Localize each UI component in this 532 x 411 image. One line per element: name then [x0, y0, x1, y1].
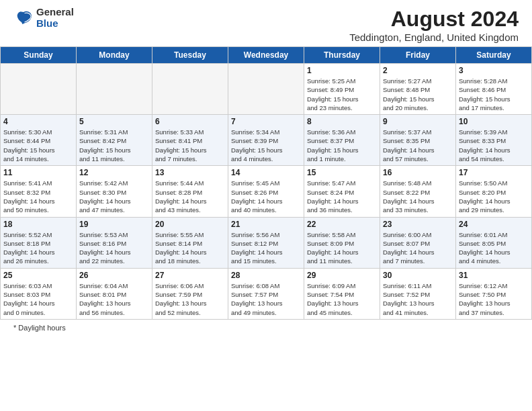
- day-info: Sunrise: 5:47 AM Sunset: 8:24 PM Dayligh…: [307, 179, 377, 214]
- day-number: 24: [459, 220, 529, 229]
- day-number: 18: [3, 220, 73, 229]
- day-info: Sunrise: 6:03 AM Sunset: 8:03 PM Dayligh…: [3, 281, 73, 317]
- day-info: Sunrise: 6:00 AM Sunset: 8:07 PM Dayligh…: [383, 230, 453, 266]
- day-number: 31: [459, 271, 529, 280]
- location: Teddington, England, United Kingdom: [349, 32, 519, 43]
- logo-text: General Blue: [36, 7, 74, 29]
- day-info: Sunrise: 5:44 AM Sunset: 8:28 PM Dayligh…: [155, 179, 225, 214]
- logo-general: General: [36, 7, 74, 18]
- day-number: 3: [459, 66, 529, 75]
- day-info: Sunrise: 6:11 AM Sunset: 7:52 PM Dayligh…: [383, 281, 453, 317]
- calendar-day-cell: 29Sunrise: 6:09 AM Sunset: 7:54 PM Dayli…: [304, 268, 380, 319]
- day-number: 28: [231, 271, 301, 280]
- day-number: 19: [79, 220, 149, 229]
- calendar-week-row: 1Sunrise: 5:25 AM Sunset: 8:49 PM Daylig…: [1, 64, 532, 115]
- day-number: 15: [307, 168, 377, 177]
- calendar-day-cell: 30Sunrise: 6:11 AM Sunset: 7:52 PM Dayli…: [380, 268, 456, 319]
- calendar-day-header: Sunday: [1, 47, 77, 64]
- day-info: Sunrise: 5:28 AM Sunset: 8:46 PM Dayligh…: [459, 77, 529, 112]
- calendar-day-header: Wednesday: [228, 47, 304, 64]
- day-info: Sunrise: 5:56 AM Sunset: 8:12 PM Dayligh…: [231, 230, 301, 266]
- calendar-day-cell: [1, 64, 77, 115]
- day-number: 20: [155, 220, 225, 229]
- day-info: Sunrise: 6:04 AM Sunset: 8:01 PM Dayligh…: [79, 281, 149, 317]
- day-number: 16: [383, 168, 453, 177]
- day-number: 8: [307, 117, 377, 126]
- calendar-day-cell: 8Sunrise: 5:36 AM Sunset: 8:37 PM Daylig…: [304, 115, 380, 166]
- calendar-week-row: 25Sunrise: 6:03 AM Sunset: 8:03 PM Dayli…: [1, 268, 532, 319]
- calendar-day-cell: 18Sunrise: 5:52 AM Sunset: 8:18 PM Dayli…: [1, 217, 77, 268]
- footer-note: * Daylight hours: [0, 320, 532, 336]
- day-info: Sunrise: 5:37 AM Sunset: 8:35 PM Dayligh…: [383, 128, 453, 163]
- calendar-day-cell: 5Sunrise: 5:31 AM Sunset: 8:42 PM Daylig…: [77, 115, 152, 166]
- day-info: Sunrise: 5:41 AM Sunset: 8:32 PM Dayligh…: [3, 179, 73, 214]
- day-number: 4: [3, 117, 73, 126]
- day-info: Sunrise: 5:31 AM Sunset: 8:42 PM Dayligh…: [79, 128, 149, 163]
- day-number: 5: [79, 117, 149, 126]
- day-info: Sunrise: 6:01 AM Sunset: 8:05 PM Dayligh…: [459, 230, 529, 266]
- calendar-day-cell: 13Sunrise: 5:44 AM Sunset: 8:28 PM Dayli…: [152, 166, 228, 217]
- logo: General Blue: [13, 7, 74, 29]
- calendar-week-row: 4Sunrise: 5:30 AM Sunset: 8:44 PM Daylig…: [1, 115, 532, 166]
- calendar-day-cell: 22Sunrise: 5:58 AM Sunset: 8:09 PM Dayli…: [304, 217, 380, 268]
- calendar-day-cell: 23Sunrise: 6:00 AM Sunset: 8:07 PM Dayli…: [380, 217, 456, 268]
- day-info: Sunrise: 5:27 AM Sunset: 8:48 PM Dayligh…: [383, 77, 453, 112]
- calendar-day-cell: 21Sunrise: 5:56 AM Sunset: 8:12 PM Dayli…: [228, 217, 304, 268]
- day-info: Sunrise: 5:34 AM Sunset: 8:39 PM Dayligh…: [231, 128, 301, 163]
- calendar-day-header: Tuesday: [152, 47, 228, 64]
- calendar-day-header: Monday: [77, 47, 152, 64]
- calendar-day-cell: 7Sunrise: 5:34 AM Sunset: 8:39 PM Daylig…: [228, 115, 304, 166]
- day-info: Sunrise: 5:52 AM Sunset: 8:18 PM Dayligh…: [3, 230, 73, 266]
- calendar-day-cell: 9Sunrise: 5:37 AM Sunset: 8:35 PM Daylig…: [380, 115, 456, 166]
- calendar-day-cell: 31Sunrise: 6:12 AM Sunset: 7:50 PM Dayli…: [456, 268, 532, 319]
- calendar-day-cell: 6Sunrise: 5:33 AM Sunset: 8:41 PM Daylig…: [152, 115, 228, 166]
- title-block: August 2024 Teddington, England, United …: [349, 7, 519, 43]
- calendar-week-row: 11Sunrise: 5:41 AM Sunset: 8:32 PM Dayli…: [1, 166, 532, 217]
- day-number: 12: [79, 168, 149, 177]
- calendar-day-header: Thursday: [304, 47, 380, 64]
- calendar-day-cell: 10Sunrise: 5:39 AM Sunset: 8:33 PM Dayli…: [456, 115, 532, 166]
- day-info: Sunrise: 5:33 AM Sunset: 8:41 PM Dayligh…: [155, 128, 225, 163]
- calendar-day-cell: 17Sunrise: 5:50 AM Sunset: 8:20 PM Dayli…: [456, 166, 532, 217]
- day-info: Sunrise: 5:36 AM Sunset: 8:37 PM Dayligh…: [307, 128, 377, 163]
- day-number: 27: [155, 271, 225, 280]
- day-info: Sunrise: 5:42 AM Sunset: 8:30 PM Dayligh…: [79, 179, 149, 214]
- day-info: Sunrise: 6:08 AM Sunset: 7:57 PM Dayligh…: [231, 281, 301, 317]
- footer-daylight-label: Daylight hours: [18, 324, 65, 332]
- day-number: 17: [459, 168, 529, 177]
- day-number: 30: [383, 271, 453, 280]
- calendar-day-cell: 25Sunrise: 6:03 AM Sunset: 8:03 PM Dayli…: [1, 268, 77, 319]
- calendar-day-header: Saturday: [456, 47, 532, 64]
- day-number: 11: [3, 168, 73, 177]
- calendar-day-cell: 14Sunrise: 5:45 AM Sunset: 8:26 PM Dayli…: [228, 166, 304, 217]
- day-number: 26: [79, 271, 149, 280]
- day-info: Sunrise: 5:58 AM Sunset: 8:09 PM Dayligh…: [307, 230, 377, 266]
- day-info: Sunrise: 6:09 AM Sunset: 7:54 PM Dayligh…: [307, 281, 377, 317]
- calendar-day-cell: [77, 64, 152, 115]
- day-info: Sunrise: 5:30 AM Sunset: 8:44 PM Dayligh…: [3, 128, 73, 163]
- calendar-day-cell: [228, 64, 304, 115]
- calendar-header-row: SundayMondayTuesdayWednesdayThursdayFrid…: [1, 47, 532, 64]
- day-number: 29: [307, 271, 377, 280]
- day-number: 14: [231, 168, 301, 177]
- day-number: 13: [155, 168, 225, 177]
- day-info: Sunrise: 5:39 AM Sunset: 8:33 PM Dayligh…: [459, 128, 529, 163]
- day-info: Sunrise: 5:55 AM Sunset: 8:14 PM Dayligh…: [155, 230, 225, 266]
- month-title: August 2024: [349, 7, 519, 32]
- logo-blue-text: Blue: [36, 18, 74, 30]
- day-info: Sunrise: 6:12 AM Sunset: 7:50 PM Dayligh…: [459, 281, 529, 317]
- day-number: 6: [155, 117, 225, 126]
- page-header: General Blue August 2024 Teddington, Eng…: [0, 0, 532, 46]
- day-number: 21: [231, 220, 301, 229]
- calendar-day-cell: [152, 64, 228, 115]
- day-info: Sunrise: 5:48 AM Sunset: 8:22 PM Dayligh…: [383, 179, 453, 214]
- day-info: Sunrise: 5:50 AM Sunset: 8:20 PM Dayligh…: [459, 179, 529, 214]
- day-info: Sunrise: 5:45 AM Sunset: 8:26 PM Dayligh…: [231, 179, 301, 214]
- calendar-table: SundayMondayTuesdayWednesdayThursdayFrid…: [0, 46, 532, 320]
- day-number: 9: [383, 117, 453, 126]
- calendar-day-cell: 12Sunrise: 5:42 AM Sunset: 8:30 PM Dayli…: [77, 166, 152, 217]
- calendar-day-cell: 26Sunrise: 6:04 AM Sunset: 8:01 PM Dayli…: [77, 268, 152, 319]
- calendar-day-cell: 19Sunrise: 5:53 AM Sunset: 8:16 PM Dayli…: [77, 217, 152, 268]
- calendar-day-cell: 4Sunrise: 5:30 AM Sunset: 8:44 PM Daylig…: [1, 115, 77, 166]
- day-number: 2: [383, 66, 453, 75]
